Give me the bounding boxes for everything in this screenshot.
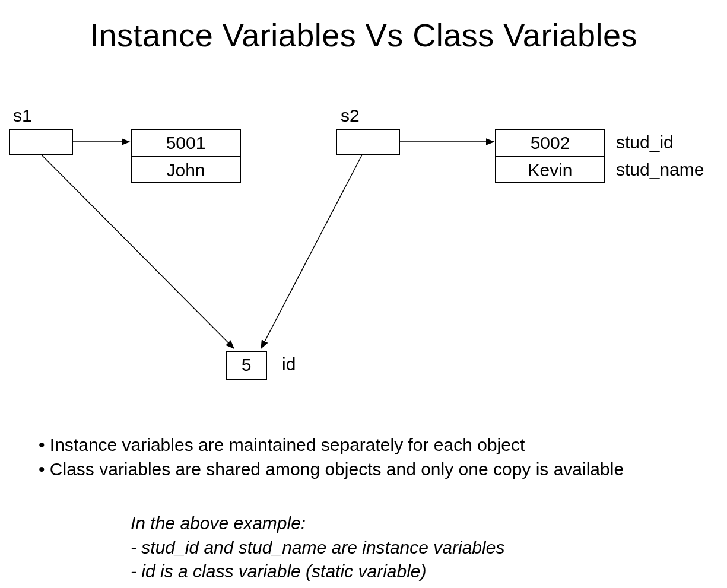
example-note: In the above example: - stud_id and stud… xyxy=(131,511,504,584)
svg-line-2 xyxy=(42,155,234,348)
stud-id-field-label: stud_id xyxy=(616,132,674,152)
page-title: Instance Variables Vs Class Variables xyxy=(0,17,727,53)
example-note-line1: In the above example: xyxy=(131,511,504,536)
svg-line-3 xyxy=(261,155,362,348)
s2-stud-name: Kevin xyxy=(496,156,604,182)
s2-data-box: 5002 Kevin xyxy=(495,129,605,183)
bullet-1-text: Instance variables are maintained separa… xyxy=(50,435,525,454)
example-note-line3: - id is a class variable (static variabl… xyxy=(131,560,504,584)
bullet-2-text: Class variables are shared among objects… xyxy=(50,459,624,479)
bullet-list: • Instance variables are maintained sepa… xyxy=(39,433,624,481)
s1-stud-name: John xyxy=(132,156,240,182)
class-var-box: 5 xyxy=(226,351,267,380)
s1-ref-box xyxy=(9,129,73,155)
example-note-line2: - stud_id and stud_name are instance var… xyxy=(131,536,504,560)
s2-stud-id: 5002 xyxy=(496,130,604,156)
s1-stud-id: 5001 xyxy=(132,130,240,156)
s2-ref-box xyxy=(336,129,400,155)
stud-name-field-label: stud_name xyxy=(616,160,704,180)
bullet-1: • Instance variables are maintained sepa… xyxy=(39,433,624,457)
s1-label: s1 xyxy=(13,106,32,126)
class-var-label: id xyxy=(282,354,296,374)
s1-data-box: 5001 John xyxy=(131,129,241,183)
bullet-2: • Class variables are shared among objec… xyxy=(39,457,624,482)
s2-label: s2 xyxy=(341,106,360,126)
diagram-area: s1 5001 John s2 5002 Kevin stud_id stud_… xyxy=(0,104,727,490)
